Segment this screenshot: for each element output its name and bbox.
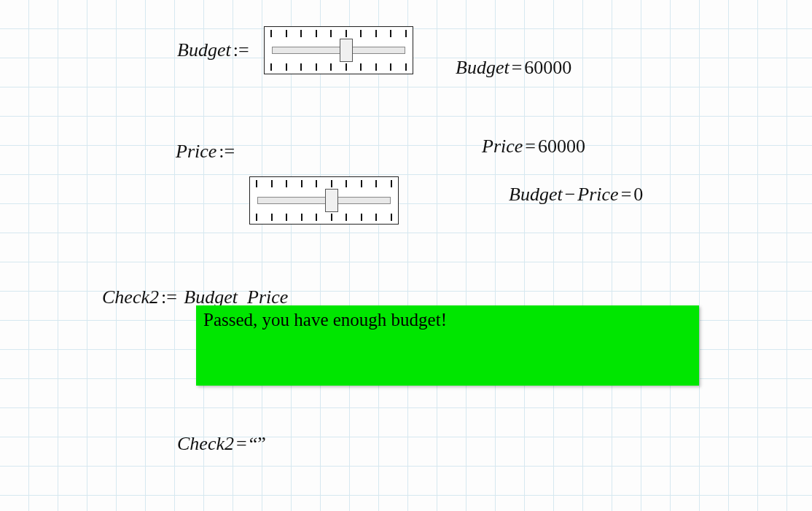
slider-tick (361, 214, 362, 221)
slider-tick (330, 30, 332, 37)
slider-thumb[interactable] (325, 189, 338, 212)
assign-op: := (159, 286, 179, 308)
slider-track (272, 47, 405, 54)
slider-thumb[interactable] (340, 39, 353, 62)
slider-tick (286, 30, 287, 37)
minus-op: − (563, 184, 578, 205)
check-result-rhs: “” (249, 433, 266, 454)
slider-tick (316, 30, 317, 37)
slider-tick (391, 180, 392, 187)
slider-tick (331, 214, 332, 221)
price-value-expr: Price=60000 (482, 136, 585, 157)
slider-tick (286, 214, 287, 221)
assign-op: := (216, 141, 237, 162)
eq-op: = (523, 136, 538, 157)
result-panel: Passed, you have enough budget! (196, 305, 699, 386)
slider-tick (346, 30, 347, 37)
diff-rhs: 0 (633, 184, 643, 205)
check-def-rhs-a: Budget (184, 286, 238, 308)
difference-expr: Budget−Price=0 (509, 184, 643, 206)
slider-track (257, 197, 391, 204)
check-def-lhs: Check2 (102, 286, 159, 308)
slider-tick (256, 214, 257, 221)
slider-tick (346, 180, 347, 187)
slider-tick (405, 63, 407, 71)
budget-assign-label: Budget:= (177, 39, 251, 61)
slider-tick (301, 214, 302, 221)
budget-value-lhs: Budget (456, 57, 510, 78)
slider-tick (316, 180, 317, 187)
budget-slider[interactable] (264, 26, 413, 74)
slider-tick (300, 63, 302, 71)
slider-tick (316, 214, 317, 221)
assign-op: := (231, 39, 251, 61)
slider-tick (271, 180, 273, 187)
budget-value-rhs: 60000 (524, 57, 571, 78)
slider-ticks-top (256, 180, 392, 187)
diff-lhs2: Price (577, 184, 618, 205)
price-slider[interactable] (249, 176, 399, 225)
slider-tick (375, 30, 377, 37)
slider-tick (346, 214, 347, 221)
slider-tick (270, 30, 272, 37)
slider-tick (375, 214, 377, 221)
slider-tick (346, 63, 347, 71)
slider-tick (375, 63, 377, 71)
check-def-rhs-b: Price (247, 286, 288, 308)
slider-tick (391, 214, 392, 221)
diff-lhs1: Budget (509, 184, 563, 205)
slider-tick (300, 30, 302, 37)
slider-tick (390, 30, 391, 37)
price-value-rhs: 60000 (538, 136, 585, 157)
slider-tick (330, 63, 332, 71)
slider-tick (405, 30, 407, 37)
eq-op: = (234, 433, 249, 454)
eq-op: = (619, 184, 634, 205)
check-result-lhs: Check2 (177, 433, 234, 454)
slider-tick (256, 180, 257, 187)
slider-tick (390, 63, 391, 71)
slider-tick (375, 180, 377, 187)
price-value-lhs: Price (482, 136, 523, 157)
price-var: Price (176, 141, 216, 162)
slider-tick (360, 63, 362, 71)
slider-tick (270, 63, 272, 71)
result-message: Passed, you have enough budget! (203, 310, 447, 329)
slider-tick (271, 214, 273, 221)
budget-value-expr: Budget=60000 (456, 57, 571, 79)
check-result-expr: Check2=“” (177, 433, 266, 455)
slider-tick (360, 30, 362, 37)
eq-op: = (510, 57, 525, 78)
slider-tick (316, 63, 317, 71)
price-assign-label: Price:= (176, 141, 237, 163)
slider-ticks-bottom (256, 214, 392, 221)
slider-ticks-bottom (270, 63, 407, 71)
budget-var: Budget (177, 39, 231, 61)
slider-tick (331, 180, 332, 187)
slider-tick (286, 63, 287, 71)
slider-tick (361, 180, 362, 187)
slider-ticks-top (270, 30, 407, 37)
slider-tick (301, 180, 302, 187)
slider-tick (286, 180, 287, 187)
